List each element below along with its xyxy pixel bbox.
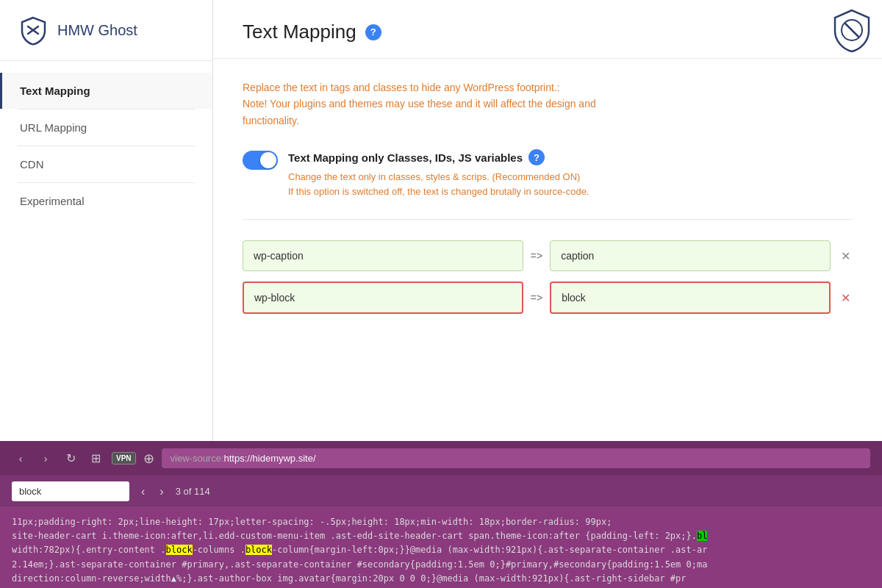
toggle-wrapper (243, 151, 278, 170)
content-header: Text Mapping ? (213, 0, 882, 59)
desc-line1: Replace the text in tags and classes to … (243, 79, 853, 96)
sidebar-nav: Text Mapping URL Mapping CDN Experimenta… (0, 61, 212, 231)
app-container: HMW Ghost Text Mapping URL Mapping CDN E… (0, 0, 882, 588)
main-content: Text Mapping ? Replace the text in tags … (213, 0, 882, 441)
sidebar-item-experimental[interactable]: Experimental (0, 183, 212, 219)
source-line-3: width:782px){.entry-content .block-colum… (12, 543, 870, 557)
classes-toggle[interactable] (243, 151, 278, 170)
sidebar-item-cdn[interactable]: CDN (0, 146, 212, 182)
url-host: https://hidemywp.site/ (224, 453, 316, 464)
tabs-button[interactable]: ⊞ (87, 450, 104, 467)
url-bar[interactable]: view-source:https://hidemywp.site/ (162, 448, 870, 468)
sidebar-item-text-mapping[interactable]: Text Mapping (0, 73, 212, 109)
sidebar-item-url-mapping[interactable]: URL Mapping (0, 110, 212, 146)
remove-btn-1[interactable]: ✕ (838, 248, 853, 263)
browser-toolbar: ‹ › ↻ ⊞ VPN ⊕ view-source:https://hidemy… (0, 441, 882, 476)
mapping-row-2: => ✕ (243, 282, 853, 314)
mapping-to-1[interactable] (550, 240, 831, 271)
search-count: 3 of 114 (176, 486, 210, 497)
toggle-label: Text Mapping only Classes, IDs, JS varia… (288, 149, 589, 165)
page-title: Text Mapping (243, 21, 356, 43)
search-prev-button[interactable]: ‹ (138, 482, 148, 501)
mapping-from-2[interactable] (243, 282, 523, 314)
globe-icon[interactable]: ⊕ (143, 451, 154, 467)
source-line-5: direction:column-reverse;width▲%;}.ast-a… (12, 572, 870, 586)
browser-source: 11px;padding-right: 2px;line-height: 17p… (0, 508, 882, 588)
browser-bar: ‹ › ↻ ⊞ VPN ⊕ view-source:https://hidemy… (0, 441, 882, 588)
vpn-badge[interactable]: VPN (112, 452, 136, 465)
url-scheme: view-source: (171, 453, 224, 464)
main-area: HMW Ghost Text Mapping URL Mapping CDN E… (0, 0, 882, 441)
description: Replace the text in tags and classes to … (243, 79, 853, 129)
toggle-info: Text Mapping only Classes, IDs, JS varia… (288, 149, 589, 198)
browser-search-bar: ‹ › 3 of 114 (0, 476, 882, 508)
logo-normal: Ghost (94, 22, 137, 38)
arrow-1: => (531, 250, 542, 262)
toggle-section: Text Mapping only Classes, IDs, JS varia… (243, 149, 853, 220)
mapping-from-1[interactable] (243, 240, 523, 271)
toggle-desc: Change the text only in classes, styles … (288, 170, 589, 198)
toggle-knob (260, 152, 276, 168)
content-body: Replace the text in tags and classes to … (213, 59, 882, 345)
reload-button[interactable]: ↻ (62, 450, 79, 467)
forward-button[interactable]: › (37, 450, 54, 467)
mapping-to-2[interactable] (550, 282, 831, 314)
desc-line3: functionality. (243, 112, 853, 129)
title-help-badge[interactable]: ? (365, 24, 381, 40)
sidebar: HMW Ghost Text Mapping URL Mapping CDN E… (0, 0, 213, 441)
svg-line-3 (845, 24, 858, 37)
arrow-2: => (531, 292, 542, 304)
source-line-1: 11px;padding-right: 2px;line-height: 17p… (12, 515, 870, 529)
sidebar-logo: HMW Ghost (0, 0, 212, 61)
logo-text: HMW Ghost (57, 22, 137, 39)
remove-btn-2[interactable]: ✕ (838, 290, 853, 305)
source-line-4: 2.14em;}.ast-separate-container #primary… (12, 558, 870, 572)
back-button[interactable]: ‹ (12, 450, 29, 467)
search-next-button[interactable]: › (157, 482, 166, 501)
logo-icon (18, 15, 49, 46)
source-line-2: site-header-cart i.theme-icon:after,li.e… (12, 529, 870, 543)
mapping-row-1: => ✕ (243, 240, 853, 271)
top-right-shield (829, 7, 875, 60)
desc-line2: Note! Your plugins and themes may use th… (243, 96, 853, 112)
logo-bold: HMW (57, 22, 94, 38)
browser-search-input[interactable] (12, 481, 129, 501)
toggle-help-badge[interactable]: ? (528, 149, 545, 165)
